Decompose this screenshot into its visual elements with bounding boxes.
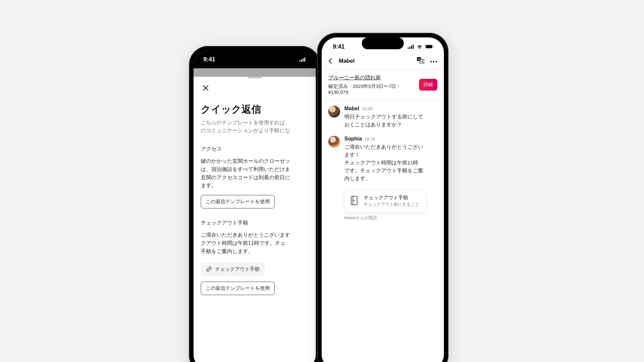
message-time: 19:15 <box>364 137 375 141</box>
svg-rect-1 <box>301 59 302 62</box>
message-time: 18:00 <box>362 106 373 111</box>
phone-left-frame: 9:41 クイック返信 こちらのテンプレートを使用すれば、 のコミュニケーション… <box>189 46 320 362</box>
svg-rect-4 <box>408 48 409 49</box>
wifi-icon <box>417 45 423 49</box>
checkout-instructions-card[interactable]: チェックアウト手順 チェックアウト前にすること <box>344 190 426 212</box>
door-icon <box>350 196 358 207</box>
card-subtitle: チェックアウト前にすること <box>364 202 419 207</box>
translate-icon[interactable]: A文 <box>417 57 424 65</box>
message-sender-name: Sophia <box>344 136 362 142</box>
phone-left-screen: 9:41 クイック返信 こちらのテンプレートを使用すれば、 のコミュニケーション… <box>194 51 316 362</box>
nav-bar: Mabel A文 <box>322 56 444 70</box>
message-row: Mabel 18:00 明日チェックアウトする前にしておくことはありますか？ <box>328 106 437 129</box>
status-icons <box>299 57 306 62</box>
chip-label: チェックアウト手順 <box>215 266 260 272</box>
dynamic-island <box>234 51 276 62</box>
svg-point-17 <box>436 61 437 63</box>
card-title: チェックアウト手順 <box>364 195 419 201</box>
sheet-grabber[interactable] <box>247 77 262 78</box>
sheet-backdrop <box>194 68 316 77</box>
battery-icon <box>425 44 434 49</box>
svg-rect-5 <box>409 47 410 49</box>
use-template-button[interactable]: この返信テンプレートを使用 <box>201 195 275 208</box>
svg-text:文: 文 <box>421 60 424 63</box>
message-body: ご滞在いただきありがとうございます！ チェックアウト時間は午前11時です。チェッ… <box>344 143 423 182</box>
close-icon[interactable] <box>201 83 211 93</box>
svg-rect-2 <box>303 58 304 62</box>
avatar[interactable] <box>328 106 340 117</box>
use-template-button[interactable]: この返信テンプレートを使用 <box>201 282 275 295</box>
section-label: アクセス <box>201 146 309 153</box>
message-sender-name: Mabel <box>344 106 359 112</box>
svg-rect-3 <box>304 57 305 62</box>
svg-rect-0 <box>299 60 300 62</box>
svg-point-16 <box>433 61 435 63</box>
section-label: チェックアウト手順 <box>201 220 309 226</box>
status-time: 9:41 <box>333 43 345 50</box>
phone-right-screen: 9:41 Mabel A文 <box>322 37 444 362</box>
svg-rect-6 <box>411 46 412 49</box>
listing-title-link[interactable]: ブルーニー島の隠れ家 <box>328 75 415 81</box>
template-section-checkout: チェックアウト手順 ご滞在いただきありがとうございます クアウト時間は午前11時… <box>201 220 309 295</box>
cellular-icon <box>299 57 306 62</box>
attachment-chip[interactable]: チェックアウト手順 <box>201 262 265 276</box>
section-body: 鍵のかかった玄関ホールのクローゼッ は、宿泊施設をすべて利用いただけま 玄関のア… <box>201 157 309 190</box>
section-body: ご滞在いただきありがとうございます クアウト時間は午前11時です。チェ 手順をご… <box>201 231 309 255</box>
phone-right-frame: 9:41 Mabel A文 <box>317 33 448 362</box>
conversation-title: Mabel <box>339 58 412 64</box>
status-icons <box>408 44 434 49</box>
message-body: 明日チェックアウトする前にしておくことはありますか？ <box>344 113 423 129</box>
dynamic-island <box>362 37 404 49</box>
read-receipt: Mabelさんが既読 <box>344 215 437 221</box>
cellular-icon <box>408 45 414 49</box>
reservation-meta: 確定済み・2023年5月3日〜7日・¥130,979 <box>328 83 415 95</box>
svg-rect-7 <box>413 45 414 49</box>
svg-point-15 <box>430 61 432 63</box>
sheet-subtitle: こちらのテンプレートを使用すれば、 のコミュニケーションがより手軽にな <box>201 119 309 135</box>
back-icon[interactable] <box>327 57 334 65</box>
sheet-title: クイック返信 <box>201 103 309 116</box>
svg-point-19 <box>354 200 354 201</box>
svg-rect-10 <box>433 46 434 48</box>
avatar[interactable] <box>328 136 340 148</box>
more-icon[interactable] <box>430 58 437 64</box>
template-section-access: アクセス 鍵のかかった玄関ホールのクローゼッ は、宿泊施設をすべて利用いただけま… <box>201 146 309 208</box>
svg-text:A: A <box>418 58 420 61</box>
message-row: Sophia 19:15 ご滞在いただきありがとうございます！ チェックアウト時… <box>328 136 437 182</box>
svg-rect-9 <box>426 45 432 48</box>
quick-replies-sheet: クイック返信 こちらのテンプレートを使用すれば、 のコミュニケーションがより手軽… <box>194 77 316 362</box>
link-icon <box>206 266 212 272</box>
status-time: 9:41 <box>203 56 215 63</box>
details-button[interactable]: 詳細 <box>419 79 437 91</box>
message-thread: Mabel 18:00 明日チェックアウトする前にしておくことはありますか？ S… <box>322 100 444 221</box>
reservation-header: ブルーニー島の隠れ家 確定済み・2023年5月3日〜7日・¥130,979 詳細 <box>322 70 444 99</box>
